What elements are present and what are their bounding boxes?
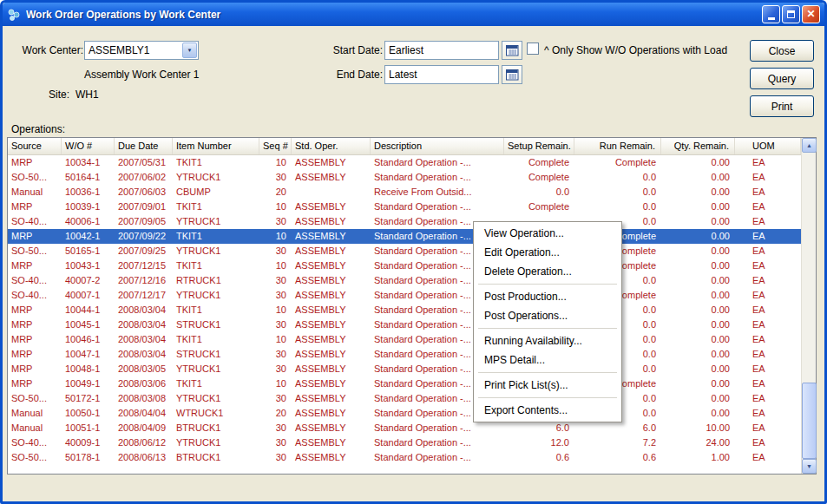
work-center-description: Assembly Work Center 1 xyxy=(84,69,200,81)
table-row[interactable]: MRP10034-12007/05/31TKIT110ASSEMBLYStand… xyxy=(8,155,801,170)
end-date-input[interactable] xyxy=(384,65,499,84)
table-row[interactable]: Manual10050-12008/04/04WTRUCK120ASSEMBLY… xyxy=(8,406,801,421)
chevron-down-icon[interactable]: ▼ xyxy=(182,43,197,58)
vertical-scrollbar[interactable]: ▲ ▼ xyxy=(801,138,816,474)
column-header-qty[interactable]: Qty. Remain. xyxy=(661,138,735,154)
column-header-std[interactable]: Std. Oper. xyxy=(292,138,371,154)
cell-std: ASSEMBLY xyxy=(292,170,371,185)
cell-uom: EA xyxy=(735,214,801,229)
menu-item[interactable]: Post Production... xyxy=(476,287,620,306)
minimize-icon xyxy=(768,17,775,20)
cell-uom: EA xyxy=(735,170,801,185)
column-header-setup[interactable]: Setup Remain. xyxy=(504,138,574,154)
column-header-item[interactable]: Item Number xyxy=(173,138,259,154)
table-row[interactable]: SO-40...40007-12007/12/17YTRUCK130ASSEMB… xyxy=(8,288,801,303)
start-date-calendar-button[interactable] xyxy=(502,41,522,60)
table-row[interactable]: SO-50...50172-12008/03/08YTRUCK130ASSEMB… xyxy=(8,391,801,406)
cell-item: TKIT1 xyxy=(173,259,259,273)
menu-item[interactable]: Post Operations... xyxy=(476,306,620,325)
start-date-input[interactable] xyxy=(384,41,499,60)
cell-source: SO-40... xyxy=(8,214,62,229)
calendar-icon xyxy=(506,44,519,56)
cell-uom: EA xyxy=(735,288,801,303)
query-button[interactable]: Query xyxy=(750,68,814,89)
table-row[interactable]: MRP10046-12008/03/04TKIT110ASSEMBLYStand… xyxy=(8,332,801,347)
column-header-seq[interactable]: Seq # xyxy=(259,138,292,154)
cell-qty: 0.00 xyxy=(661,391,735,406)
titlebar-buttons: ✕ xyxy=(762,5,820,23)
cell-uom: EA xyxy=(735,229,801,244)
cell-item: STRUCK1 xyxy=(173,317,259,332)
column-header-source[interactable]: Source xyxy=(8,138,62,154)
cell-std: ASSEMBLY xyxy=(292,450,371,465)
cell-item: YTRUCK1 xyxy=(173,170,259,185)
cell-std: ASSEMBLY xyxy=(292,435,371,450)
table-row[interactable]: SO-40...40009-12008/06/12YTRUCK130ASSEMB… xyxy=(8,435,801,450)
cell-due: 2007/12/16 xyxy=(115,273,173,288)
cell-desc: Standard Operation -... xyxy=(371,200,504,214)
table-row[interactable]: SO-40...40006-12007/09/05YTRUCK130ASSEMB… xyxy=(8,214,801,229)
menu-item[interactable]: MPS Detail... xyxy=(476,350,620,370)
table-row[interactable]: SO-50...50165-12007/09/25YTRUCK130ASSEMB… xyxy=(8,244,801,259)
table-row[interactable]: Manual10051-12008/04/09BTRUCK130ASSEMBLY… xyxy=(8,421,801,435)
cell-setup: Complete xyxy=(504,155,574,170)
menu-item[interactable]: Edit Operation... xyxy=(476,243,620,262)
menu-item[interactable]: Running Availability... xyxy=(476,331,620,350)
cell-wo: 10048-1 xyxy=(62,362,115,376)
menu-item[interactable]: Print Pick List(s)... xyxy=(476,376,620,395)
maximize-button[interactable] xyxy=(782,5,800,23)
close-button[interactable]: Close xyxy=(750,40,814,62)
close-window-titlebar-button[interactable]: ✕ xyxy=(802,5,820,23)
cell-due: 2007/09/05 xyxy=(115,214,173,229)
menu-separator xyxy=(478,372,617,373)
cell-wo: 40007-2 xyxy=(62,273,115,288)
cell-seq: 30 xyxy=(259,450,292,465)
column-header-uom[interactable]: UOM xyxy=(735,138,801,154)
cell-item: CBUMP xyxy=(173,185,259,200)
table-row[interactable]: MRP10048-12008/03/05YTRUCK130ASSEMBLYSta… xyxy=(8,362,801,376)
menu-item[interactable]: Delete Operation... xyxy=(476,262,620,281)
end-date-calendar-button[interactable] xyxy=(502,65,522,84)
print-button[interactable]: Print xyxy=(750,95,814,117)
minimize-button[interactable] xyxy=(762,5,780,23)
cell-desc: Receive From Outsid... xyxy=(371,185,504,200)
table-row[interactable]: MRP10043-12007/12/15TKIT110ASSEMBLYStand… xyxy=(8,259,801,273)
cell-setup: 0.0 xyxy=(504,185,574,200)
work-center-combobox[interactable]: ASSEMBLY1 ▼ xyxy=(84,41,199,60)
table-row[interactable]: SO-50...50178-12008/06/13BTRUCK130ASSEMB… xyxy=(8,450,801,465)
cell-setup: 6.0 xyxy=(504,421,574,435)
end-date-label: End Date: xyxy=(318,69,383,81)
cell-seq: 30 xyxy=(259,391,292,406)
menu-item[interactable]: View Operation... xyxy=(476,224,620,243)
app-icon xyxy=(7,8,21,22)
load-filter-checkbox[interactable] xyxy=(527,43,539,55)
table-row[interactable]: MRP10047-12008/03/04STRUCK130ASSEMBLYSta… xyxy=(8,347,801,362)
table-row[interactable]: MRP10042-12007/09/22TKIT110ASSEMBLYStand… xyxy=(8,229,801,244)
table-row[interactable]: SO-50...50164-12007/06/02YTRUCK130ASSEMB… xyxy=(8,170,801,185)
menu-item[interactable]: Export Contents... xyxy=(476,401,620,420)
scroll-thumb[interactable] xyxy=(802,383,817,459)
table-row[interactable]: MRP10049-12008/03/06TKIT110ASSEMBLYStand… xyxy=(8,376,801,391)
table-row[interactable]: MRP10044-12008/03/04TKIT110ASSEMBLYStand… xyxy=(8,303,801,317)
table-row[interactable]: MRP10039-12007/09/01TKIT110ASSEMBLYStand… xyxy=(8,200,801,214)
scroll-down-icon[interactable]: ▼ xyxy=(802,459,817,474)
cell-due: 2007/09/22 xyxy=(115,229,173,244)
column-header-wo[interactable]: W/O # xyxy=(62,138,115,154)
column-header-due[interactable]: Due Date xyxy=(115,138,173,154)
cell-due: 2007/12/17 xyxy=(115,288,173,303)
cell-due: 2008/03/06 xyxy=(115,376,173,391)
cell-seq: 30 xyxy=(259,317,292,332)
table-row[interactable]: SO-40...40007-22007/12/16RTRUCK130ASSEMB… xyxy=(8,273,801,288)
column-header-run[interactable]: Run Remain. xyxy=(574,138,661,154)
titlebar[interactable]: Work Order Operations by Work Center ✕ xyxy=(3,3,824,26)
scroll-up-icon[interactable]: ▲ xyxy=(802,138,817,153)
cell-due: 2007/06/02 xyxy=(115,170,173,185)
column-header-desc[interactable]: Description xyxy=(371,138,504,154)
menu-separator xyxy=(478,328,617,329)
cell-seq: 30 xyxy=(259,214,292,229)
cell-uom: EA xyxy=(735,362,801,376)
cell-run: 0.6 xyxy=(574,450,661,465)
table-row[interactable]: Manual10036-12007/06/03CBUMP20Receive Fr… xyxy=(8,185,801,200)
table-row[interactable]: MRP10045-12008/03/04STRUCK130ASSEMBLYSta… xyxy=(8,317,801,332)
cell-run: 0.0 xyxy=(574,200,661,214)
